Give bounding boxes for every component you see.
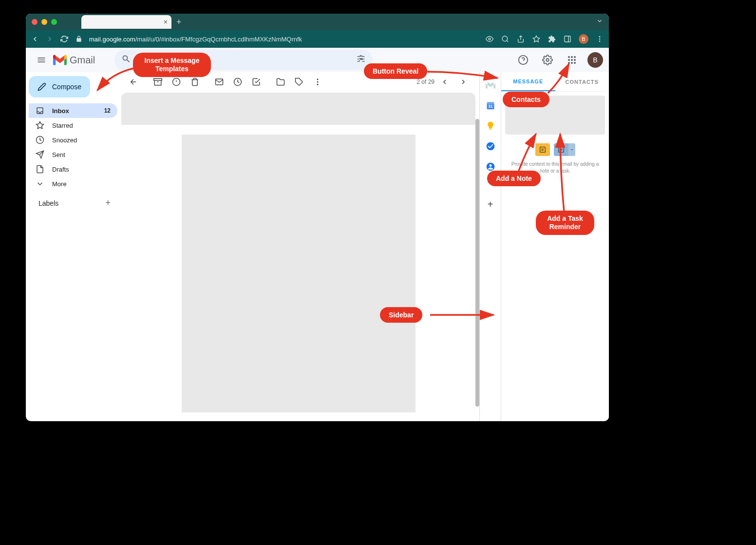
gmail-body: Compose Inbox 12 Starred Snooz <box>26 72 609 421</box>
annotation-templates: Insert a Message Templates <box>133 53 211 77</box>
tab-list-chevron-icon[interactable] <box>596 18 603 26</box>
back-button[interactable] <box>31 35 39 43</box>
tab-close-icon[interactable]: × <box>164 18 168 26</box>
svg-point-8 <box>599 40 601 42</box>
svg-point-11 <box>546 58 549 61</box>
svg-line-2 <box>507 40 508 42</box>
extensions-icon[interactable] <box>548 35 556 43</box>
keep-icon[interactable] <box>486 121 495 131</box>
profile-avatar[interactable]: B <box>579 34 588 44</box>
nav-label: Sent <box>52 151 65 158</box>
search-options-icon[interactable] <box>356 54 366 66</box>
inbox-icon <box>36 106 44 115</box>
svg-point-13 <box>571 56 573 58</box>
nav-snoozed[interactable]: Snoozed <box>29 133 117 147</box>
svg-point-17 <box>574 59 576 61</box>
label-button[interactable] <box>291 74 307 90</box>
url-text[interactable]: mail.google.com/mail/u/0/#inbox/FMfcgzGq… <box>89 36 479 43</box>
more-options-button[interactable] <box>309 74 326 90</box>
tasks-icon[interactable] <box>486 141 495 151</box>
send-icon <box>36 150 44 159</box>
lock-icon[interactable] <box>75 35 83 43</box>
svg-text:31: 31 <box>488 104 493 109</box>
file-icon <box>36 165 44 174</box>
sidebar-left: Compose Inbox 12 Starred Snooz <box>26 72 117 421</box>
email-body-placeholder <box>182 135 416 412</box>
nav-label: More <box>52 180 67 188</box>
forward-button[interactable] <box>45 35 54 43</box>
svg-point-16 <box>571 59 573 61</box>
new-tab-button[interactable]: + <box>176 17 182 27</box>
nav-list: Inbox 12 Starred Snoozed Sent Draf <box>29 103 117 191</box>
svg-point-14 <box>574 56 576 58</box>
nav-count: 12 <box>104 107 111 114</box>
url-bar: mail.google.com/mail/u/0/#inbox/FMfcgzGq… <box>26 30 609 48</box>
annotation-add-note: Add a Note <box>487 171 541 186</box>
sidebar-right-rail: 31 + <box>479 72 501 421</box>
close-window-button[interactable] <box>32 19 38 25</box>
menu-dots-icon[interactable] <box>595 35 604 43</box>
calendar-icon[interactable]: 31 <box>486 100 495 110</box>
minimize-window-button[interactable] <box>41 19 47 25</box>
title-bar: × + <box>26 14 609 30</box>
svg-marker-3 <box>533 36 539 42</box>
svg-point-15 <box>568 59 570 61</box>
svg-point-12 <box>568 56 570 58</box>
gmail-brand-text: Gmail <box>70 55 95 66</box>
svg-rect-26 <box>154 78 162 80</box>
extension-panel: MESSAGE CONTACTS Provide context to this… <box>501 72 609 421</box>
compose-label: Compose <box>52 83 81 91</box>
account-avatar[interactable]: B <box>587 52 603 68</box>
svg-marker-21 <box>37 122 44 129</box>
traffic-lights <box>32 19 57 25</box>
labels-header: Labels + <box>29 191 117 210</box>
chevron-down-icon <box>36 179 44 188</box>
browser-tab[interactable]: × <box>81 15 171 29</box>
help-icon[interactable] <box>514 51 532 69</box>
snooze-button[interactable] <box>229 74 246 90</box>
zoom-icon[interactable] <box>501 35 510 43</box>
svg-point-7 <box>599 39 601 40</box>
scrollbar-thumb[interactable] <box>475 119 479 407</box>
clock-icon <box>36 136 44 144</box>
svg-point-40 <box>489 164 491 167</box>
search-icon[interactable] <box>121 54 131 66</box>
svg-point-6 <box>599 36 601 38</box>
compose-button[interactable]: Compose <box>29 76 90 97</box>
reload-button[interactable] <box>60 35 69 43</box>
nav-starred[interactable]: Starred <box>29 118 117 133</box>
gmail-logo[interactable]: Gmail <box>53 55 95 66</box>
star-icon <box>36 121 44 130</box>
add-label-button[interactable]: + <box>105 198 111 208</box>
annotation-contacts: Contacts <box>503 92 549 107</box>
svg-point-1 <box>502 36 508 41</box>
svg-point-32 <box>317 78 319 80</box>
nav-label: Starred <box>52 122 73 129</box>
annotation-add-task: Add a Task Reminder <box>536 211 594 235</box>
bookmark-star-icon[interactable] <box>532 35 541 43</box>
annotation-sidebar: Sidebar <box>380 307 422 323</box>
main-content: 2 of 29 <box>117 72 479 421</box>
maximize-window-button[interactable] <box>51 19 57 25</box>
nav-drafts[interactable]: Drafts <box>29 162 117 176</box>
nav-inbox[interactable]: Inbox 12 <box>29 103 117 118</box>
contacts-icon[interactable] <box>486 162 495 172</box>
svg-point-0 <box>489 38 491 40</box>
eye-icon[interactable] <box>485 35 494 43</box>
svg-point-34 <box>317 84 319 85</box>
share-icon[interactable] <box>516 35 525 43</box>
nav-label: Drafts <box>52 166 69 173</box>
nav-sent[interactable]: Sent <box>29 147 117 162</box>
mark-unread-button[interactable] <box>211 74 227 90</box>
main-menu-button[interactable] <box>32 50 51 70</box>
nav-label: Snoozed <box>52 136 77 144</box>
nav-more[interactable]: More <box>29 176 117 191</box>
add-addon-button[interactable]: + <box>486 199 495 209</box>
svg-point-33 <box>317 81 319 83</box>
move-to-button[interactable] <box>272 74 289 90</box>
add-task-button[interactable] <box>248 74 265 90</box>
svg-rect-4 <box>565 36 570 42</box>
panel-icon[interactable] <box>563 35 572 43</box>
annotation-button-reveal: Button Reveal <box>364 63 427 79</box>
nav-label: Inbox <box>52 107 69 115</box>
